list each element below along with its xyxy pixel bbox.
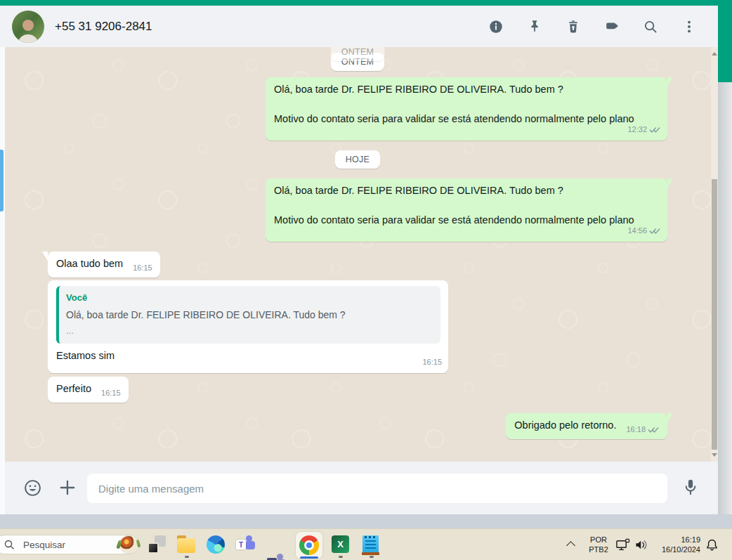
date-chip-today: HOJE [335, 150, 381, 169]
excel-icon: X [332, 535, 349, 553]
notepad-icon-base [362, 552, 379, 555]
message-meta: 12:32 [627, 122, 661, 137]
window-bottom-edge [0, 514, 732, 528]
message-text: Obrigado pelo retorno. [514, 419, 616, 431]
message-outgoing-2[interactable]: Olá, boa tarde Dr. FELIPE RIBEIRO DE OLI… [266, 178, 667, 242]
message-outgoing-3[interactable]: Obrigado pelo retorno. 16:18 [506, 413, 667, 439]
teal-right-strip [718, 0, 732, 82]
contact-avatar[interactable] [12, 11, 44, 43]
tray-clock[interactable]: 16:19 16/10/2024 [648, 535, 700, 554]
tray-language-line2: PTB2 [586, 545, 611, 555]
chat-area: ONTEM ONTEM Olá, boa tarde Dr. FELIPE RI… [5, 47, 711, 462]
quote-ellipsis: ... [66, 323, 433, 338]
network-icon[interactable] [615, 538, 630, 554]
task-view-button[interactable] [148, 535, 166, 554]
double-check-icon [649, 227, 661, 235]
excel-button[interactable]: X [332, 535, 351, 554]
message-time: 16:18 [626, 422, 646, 437]
attach-plus-icon[interactable] [58, 478, 77, 500]
message-time: 16:15 [101, 386, 121, 401]
message-incoming-3[interactable]: Perfeito 16:15 [48, 377, 129, 403]
message-text: Olaa tudo bem [56, 258, 123, 269]
quote-text: Olá, boa tarde Dr. FELIPE RIBEIRO DE OLI… [66, 308, 433, 322]
date-chip-row: HOJE [335, 150, 381, 169]
tray-language-indicator[interactable]: POR PTB2 [586, 535, 611, 554]
running-indicator-dot [185, 556, 189, 558]
notepad-icon [362, 535, 379, 554]
avatar-person-icon [12, 13, 44, 43]
running-indicator-dot [339, 556, 343, 558]
teal-top-strip [0, 0, 732, 6]
notepad-icon-spiral [365, 536, 377, 538]
folder-icon [177, 538, 195, 553]
quoted-message[interactable]: Você Olá, boa tarde Dr. FELIPE RIBEIRO D… [56, 286, 440, 344]
tray-hidden-icons-chevron[interactable] [566, 541, 575, 550]
message-input[interactable] [87, 474, 667, 503]
chrome-icon-blue-center [306, 542, 312, 548]
microphone-icon[interactable] [681, 478, 700, 500]
message-text: Motivo do contato seria para validar se … [274, 112, 660, 135]
active-app-underline [300, 556, 318, 559]
notepad-icon-lines [365, 540, 376, 549]
taskbar-search-label: Pesquisar [23, 540, 65, 550]
message-meta: 14:56 [627, 223, 661, 238]
kebab-menu-icon[interactable] [681, 18, 698, 35]
volume-icon[interactable] [634, 539, 648, 554]
notifications-bell-icon[interactable] [705, 538, 719, 555]
bubble-tail [667, 413, 673, 422]
taskbar-search[interactable]: Pesquisar [0, 535, 139, 554]
message-text: Olá, boa tarde Dr. FELIPE RIBEIRO DE OLI… [274, 183, 660, 198]
taskbar: Pesquisar T T [0, 528, 732, 560]
message-text: Motivo do contato seria para validar se … [274, 213, 660, 236]
label-icon[interactable] [603, 18, 620, 35]
vertical-scrollbar[interactable] [711, 47, 718, 462]
teams-button[interactable]: T [236, 535, 256, 554]
scroll-up-arrow-icon[interactable] [712, 52, 717, 56]
composer-bar [5, 462, 718, 514]
message-outgoing-1[interactable]: Olá, boa tarde Dr. FELIPE RIBEIRO DE OLI… [266, 77, 667, 141]
left-scroll-indicator[interactable] [0, 150, 4, 211]
scrollbar-thumb[interactable] [712, 179, 717, 450]
header-actions [488, 18, 698, 35]
date-chip-yesterday-ghost: ONTEM [331, 47, 385, 61]
chrome-icon [299, 535, 319, 555]
trash-upload-icon[interactable] [565, 18, 582, 35]
search-highlight-image[interactable] [120, 536, 137, 553]
notepad-button[interactable] [362, 535, 381, 554]
teams-classic-button[interactable]: T [267, 554, 287, 560]
chat-header: +55 31 9206-2841 [0, 6, 718, 47]
folder-icon-front [177, 538, 195, 553]
file-explorer-button[interactable] [177, 535, 196, 554]
message-time: 12:32 [627, 122, 647, 137]
task-view-icon-front [148, 542, 159, 554]
message-text: Perfeito [56, 383, 91, 394]
message-incoming-2[interactable]: Você Olá, boa tarde Dr. FELIPE RIBEIRO D… [48, 280, 448, 373]
tray-date: 16/10/2024 [648, 545, 700, 555]
pin-icon[interactable] [526, 18, 543, 35]
search-icon [4, 539, 15, 550]
quote-author: Você [66, 290, 433, 305]
date-chip-stack: ONTEM ONTEM [331, 53, 385, 71]
double-check-icon [649, 126, 661, 134]
message-meta: 16:18 [626, 422, 660, 437]
message-list: ONTEM ONTEM Olá, boa tarde Dr. FELIPE RI… [5, 47, 711, 439]
search-icon[interactable] [642, 18, 659, 35]
info-icon[interactable] [488, 18, 504, 35]
emoji-icon[interactable] [23, 478, 42, 500]
contact-phone-number[interactable]: +55 31 9206-2841 [55, 20, 152, 34]
chrome-icon-white-ring [304, 540, 314, 550]
bubble-tail [42, 252, 48, 261]
tray-language-line1: POR [586, 535, 611, 545]
message-time: 16:15 [133, 261, 152, 275]
edge-button[interactable] [207, 535, 226, 554]
edge-icon [207, 535, 225, 554]
message-incoming-1[interactable]: Olaa tudo bem 16:15 [48, 252, 160, 278]
chrome-button-active[interactable] [296, 532, 322, 559]
running-indicator-dot [370, 556, 374, 558]
bubble-tail [667, 77, 673, 86]
message-time: 16:15 [422, 355, 442, 370]
right-edge-panel [718, 82, 732, 528]
scroll-down-arrow-icon[interactable] [712, 453, 717, 457]
teams-icon-letter: T [236, 540, 246, 549]
screen: +55 31 9206-2841 [0, 0, 732, 560]
